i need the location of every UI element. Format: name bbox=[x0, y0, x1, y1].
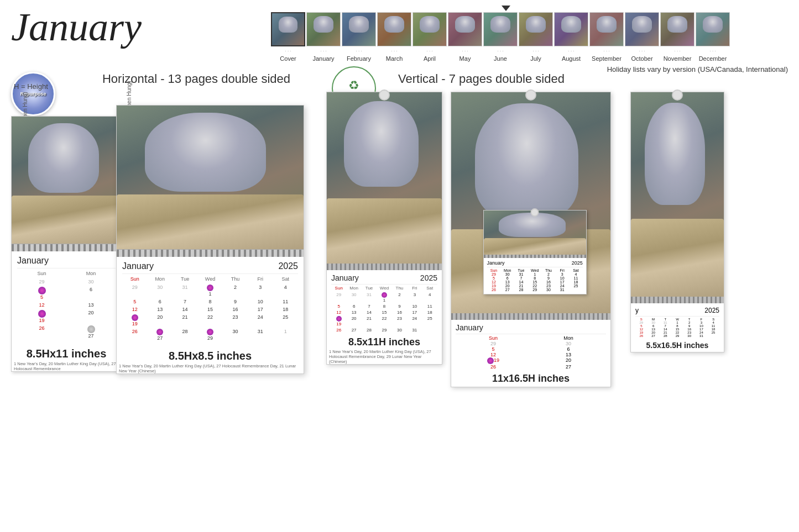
thumb-march[interactable]: . . .March bbox=[377, 12, 411, 62]
thumb-july[interactable]: . . .July bbox=[519, 12, 553, 62]
month-strip: . . .Cover. . .January. . .February. . .… bbox=[271, 6, 730, 62]
size-small-h: 8.5Hx11 inches bbox=[12, 347, 121, 360]
size-large-h: 8.5Hx8.5 inches bbox=[117, 350, 304, 362]
horizontal-section: Repurpose Horizontal - 13 pages double s… bbox=[6, 72, 326, 91]
cal-row-1-small: 29 30 bbox=[17, 278, 116, 286]
h-equals: H = Height bbox=[14, 82, 48, 91]
thumb-june[interactable]: . . .June bbox=[483, 12, 518, 62]
footnote-large: 1 New Year's Day, 20 Martin Luther King … bbox=[117, 364, 304, 373]
thumb-april[interactable]: . . .April bbox=[412, 12, 447, 62]
size-vcal-1: 8.5x11H inches bbox=[327, 336, 442, 348]
hanging-hole-3 bbox=[672, 89, 683, 101]
thumb-january[interactable]: . . .January bbox=[306, 12, 341, 62]
page-title: January bbox=[11, 4, 142, 50]
vertical-section: ♻ Ecological Vertical - 7 pages double s… bbox=[326, 72, 793, 387]
thumb-august[interactable]: . . .August bbox=[554, 12, 588, 62]
col-header-mon: Mon bbox=[66, 270, 116, 277]
hanging-hole-1 bbox=[379, 89, 390, 101]
size-vcal-3: 5.5x16.5H inches bbox=[631, 341, 724, 350]
thumb-may[interactable]: . . .May bbox=[448, 12, 482, 62]
thumb-november[interactable]: . . .November bbox=[660, 12, 694, 62]
vcal-2-group: January 2025 SunMonTueWedThuFriSat 29303… bbox=[451, 92, 622, 387]
cal-month-small: January bbox=[17, 256, 49, 266]
footnote-small: 1 New Year's Day, 20 Martin Luther King … bbox=[12, 361, 121, 371]
horizontal-title: Horizontal - 13 pages double sided bbox=[66, 72, 326, 86]
thumb-february[interactable]: . . .February bbox=[342, 12, 376, 62]
col-header-sun: Sun bbox=[17, 270, 66, 277]
cal-month-large: January bbox=[122, 261, 154, 271]
vertical-title: Vertical - 7 pages double sided bbox=[398, 72, 565, 86]
thumb-cover[interactable]: . . .Cover bbox=[271, 12, 305, 62]
vcal-footnote-1: 1 New Year's Day, 20 Martin Luther King … bbox=[327, 349, 442, 364]
small-horizontal-cal: (17" H When Hung) January Sun Mon bbox=[11, 116, 122, 372]
repurpose-badge: Repurpose bbox=[11, 72, 55, 116]
month-thumbnails: . . .Cover. . .January. . .February. . .… bbox=[271, 12, 730, 62]
thumb-september[interactable]: . . .September bbox=[589, 12, 624, 62]
hanging-hole-2b bbox=[531, 208, 539, 217]
large-horizontal-cal: (17" H When Hung) January 2025 Sun Mon T… bbox=[116, 105, 304, 374]
spiral-large bbox=[117, 249, 304, 257]
eco-recycle-icon: ♻ bbox=[348, 78, 359, 93]
vcal-2-overlay: January 2025 SunMonTueWedThuFriSat 29303… bbox=[483, 210, 587, 294]
thumb-october[interactable]: . . .October bbox=[625, 12, 659, 62]
spiral-small bbox=[12, 244, 121, 251]
pointer-arrow bbox=[502, 6, 510, 11]
cal-year-large: 2025 bbox=[278, 261, 298, 271]
vcal-spiral-2 bbox=[451, 313, 610, 320]
vcal-spiral-3 bbox=[631, 297, 724, 303]
hanging-hole-2a bbox=[525, 89, 536, 101]
vcal-spiral-1 bbox=[327, 264, 442, 270]
vcal-3: y 2025 SMTWTFS 2930311234 567891011 1213… bbox=[630, 92, 724, 352]
size-vcal-2: 11x16.5H inches bbox=[451, 373, 610, 384]
vcal-1: January 2025 Sun Mon Tue Wed Thu Fri Sat bbox=[326, 92, 442, 365]
thumb-december[interactable]: . . .December bbox=[696, 12, 730, 62]
